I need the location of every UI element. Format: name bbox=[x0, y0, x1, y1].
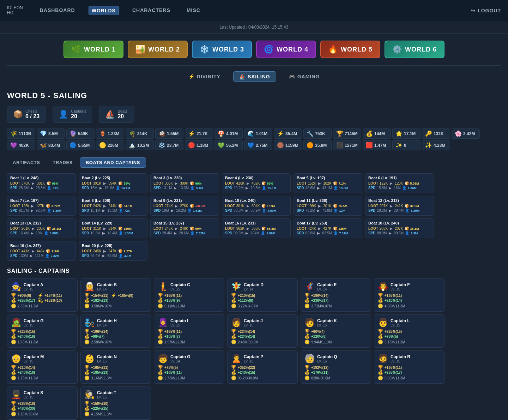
tab-gaming[interactable]: 🎮 GAMING bbox=[283, 71, 326, 82]
resource-value-3: 1.23M bbox=[108, 131, 119, 136]
captain-stat2-19: 💰 +225%(15) bbox=[84, 406, 108, 411]
boat-loot-label-9: LOOT bbox=[225, 204, 235, 208]
boat-spd-to-18: 111M bbox=[35, 254, 44, 258]
captain-stat1-icon-6: 🏆 bbox=[11, 329, 16, 334]
captain-avatar-16: 🧓 bbox=[304, 354, 315, 364]
captain-lv-14: LV. 14 bbox=[170, 359, 190, 363]
captain-lv-3: LV. 14 bbox=[244, 287, 264, 291]
boat-spd-to-9: 88.9M bbox=[250, 209, 260, 212]
captain-stats-5: 🏆 +165%(11) 💰 +210%(14) 🪙 4.68M/11.3M bbox=[378, 293, 441, 308]
captain-card-17: 🧔 Captain R LV. 15 🏆 +165%(11) 💰 +255%(1… bbox=[374, 350, 445, 384]
boat-spd-label-18: SPD bbox=[10, 254, 18, 258]
captain-stat1-4: 🏆 +196%(14) bbox=[304, 293, 328, 298]
resource-value-5: 1.55M bbox=[167, 131, 179, 136]
tab-divinity[interactable]: ⚡ DIVINITY bbox=[183, 71, 226, 82]
boat-loot-arrow-7: ▶ bbox=[103, 204, 106, 208]
boat-spd-row-7: SPD 13.1M ▶ 13.3M 👤 72K bbox=[82, 209, 144, 212]
world-1-icon: 🌿 bbox=[71, 45, 81, 54]
resource-value-6: 21.7K bbox=[196, 131, 208, 136]
captain-gold-val-5: 4.68M/11.3M bbox=[385, 304, 405, 308]
boat-title-4: Boat 5 (Lv. 197) bbox=[297, 176, 359, 180]
boat-loot-badge-19: 2.27M bbox=[124, 250, 133, 253]
world-3-button[interactable]: ❄️ WORLD 3 bbox=[192, 41, 252, 58]
boat-title-8: Boat 9 (Lv. 221) bbox=[153, 198, 216, 203]
resource-item-23: 💚56.2M bbox=[214, 140, 243, 150]
boat-loot-label-18: LOOT bbox=[10, 249, 20, 253]
nav-characters[interactable]: CHARACTERS bbox=[129, 6, 173, 15]
boat-spd-icon-11: 👤 bbox=[405, 209, 409, 212]
boat-loot-row-13: LOOT 311K ▶ 314K 🍞 150M bbox=[82, 227, 144, 230]
boat-loot-label-13: LOOT bbox=[82, 227, 92, 230]
boat-loot-to-16: 427K bbox=[323, 227, 331, 230]
captain-name-2: Captain C bbox=[170, 282, 190, 287]
tab-artifacts[interactable]: ARTIFACTS bbox=[7, 158, 46, 167]
boat-loot-label-12: LOOT bbox=[10, 227, 20, 230]
boat-loot-badge-13: 150M bbox=[124, 227, 132, 230]
world-6-button[interactable]: ⚙️ WORLD 6 bbox=[385, 41, 445, 58]
captain-gold-14: 🪙 2.73M/11.3M bbox=[158, 376, 220, 380]
captain-stat2-val-11: +75%(5) bbox=[385, 335, 398, 338]
resource-icon-17: 🦋 bbox=[40, 142, 47, 149]
boat-spd-from-12: 16.4M bbox=[19, 231, 29, 235]
logout-button[interactable]: ↪ LOGOUT bbox=[471, 8, 501, 13]
resource-icon-26: 🟠 bbox=[307, 142, 314, 149]
boats-stat: ⛵ Boats 20 bbox=[99, 106, 134, 123]
captain-gold-val-13: 3.16M/11.3M bbox=[91, 376, 111, 380]
boat-spd-label-14: SPD bbox=[153, 231, 161, 235]
tab-sailing[interactable]: ⛵ SAILING bbox=[233, 71, 276, 82]
boat-title-14: Boat 15 (Lv. 237) bbox=[153, 221, 216, 225]
boat-spd-to-11: 28.4M bbox=[394, 209, 404, 212]
nav-worlds[interactable]: WORLDS bbox=[89, 6, 119, 15]
captain-stat2-val-10: +120%(8) bbox=[311, 335, 327, 338]
boat-card-16: Boat 17 (Lv. 253) LOOT 424K ▶ 427K 🍞 225… bbox=[294, 218, 362, 238]
resource-value-24: 2.75M bbox=[256, 143, 267, 148]
nav-dashboard[interactable]: DASHBOARD bbox=[37, 6, 78, 15]
captain-stat2-icon-11: 💰 bbox=[378, 334, 383, 339]
captain-stat2-val-18: +480%(30) bbox=[18, 407, 35, 410]
captain-stat1-val-15: +352%(22) bbox=[238, 366, 255, 370]
boat-spd-from-16: 82.8M bbox=[306, 231, 315, 235]
last-updated-bar: Last Updated : 04/03/2024, 15:15:43 bbox=[0, 21, 508, 34]
captain-header-7: 🧞 Captain H LV. 14 bbox=[84, 318, 147, 328]
resource-icon-12: 💰 bbox=[366, 130, 373, 137]
captain-stat1-icon-5: 🏆 bbox=[378, 293, 383, 298]
captain-gold-icon-18: 🪙 bbox=[11, 412, 16, 416]
boat-loot-row-9: LOOT 301K ▶ 304K 🍞 107M bbox=[225, 204, 288, 208]
boat-loot-arrow-18: ▶ bbox=[32, 249, 35, 253]
tab-boats-captains[interactable]: BOATS AND CAPTAINS bbox=[80, 157, 146, 168]
captain-gold-icon-7: 🪙 bbox=[84, 340, 90, 344]
captain-stats-0: 🏆 +90%(6) 💰 +255%(17) ⚡ +154%(11) 💫 bbox=[11, 293, 74, 308]
captain-gold-val-16: 828K/30.8M bbox=[311, 376, 330, 380]
captain-name-3: Captain D bbox=[244, 282, 264, 287]
resource-value-9: 35.4M bbox=[285, 131, 297, 136]
captain-name-11: Captain L bbox=[391, 318, 410, 323]
boat-loot-icon-19: 🍞 bbox=[118, 249, 122, 253]
world-4-button[interactable]: 🌀 WORLD 4 bbox=[256, 41, 316, 58]
boat-loot-icon-7: 🍞 bbox=[118, 204, 122, 208]
nav-misc[interactable]: MISC bbox=[184, 6, 203, 15]
tab-trades[interactable]: TRADES bbox=[47, 158, 78, 167]
world-1-button[interactable]: 🌿 WORLD 1 bbox=[64, 41, 123, 58]
boat-loot-label-19: LOOT bbox=[82, 249, 92, 253]
boat-card-6: Boat 7 (Lv. 197) LOOT 126k ▶ 127K 🍞 3.72… bbox=[7, 196, 76, 216]
captain-lv-5: LV. 15 bbox=[391, 287, 410, 291]
captain-stats-15: 🏆 +352%(22) 💰 +240%(15) 🪙 96.2K/30.8M bbox=[231, 365, 294, 380]
world-5-button[interactable]: 🔥 WORLD 5 bbox=[320, 41, 380, 58]
boat-title-0: Boat 1 (Lv. 248) bbox=[10, 176, 73, 180]
boat-loot-label-2: LOOT bbox=[153, 181, 163, 185]
resource-icon-24: 💙 bbox=[247, 142, 254, 149]
captain-stat1-val-19: +150%(10) bbox=[91, 402, 108, 406]
resource-item-10: 🔧753K bbox=[303, 128, 332, 139]
captain-stat1-val-18: +288%(18) bbox=[18, 402, 35, 406]
world-2-button[interactable]: 🏜️ WORLD 2 bbox=[128, 41, 188, 58]
boat-loot-badge-11: 37.5M bbox=[410, 204, 419, 208]
world-6-label: WORLD 6 bbox=[405, 46, 437, 53]
captain-stat2-icon-13: 💰 bbox=[84, 370, 90, 375]
boat-card-10: Boat 11 (Lv. 236) LOOT 199K ▶ 201K 🍞 25.… bbox=[294, 196, 362, 216]
captain-gold-icon-11: 🪙 bbox=[378, 340, 383, 344]
boat-spd-row-9: SPD 78.3M ▶ 88.9M 👤 4.60M bbox=[225, 209, 288, 212]
boat-loot-badge-2: 99% bbox=[195, 182, 202, 185]
boat-spd-icon-0: 👤 bbox=[47, 186, 51, 190]
captain-lv-7: LV. 14 bbox=[97, 323, 117, 327]
captain-stat2-5: 💰 +210%(14) bbox=[378, 298, 402, 303]
